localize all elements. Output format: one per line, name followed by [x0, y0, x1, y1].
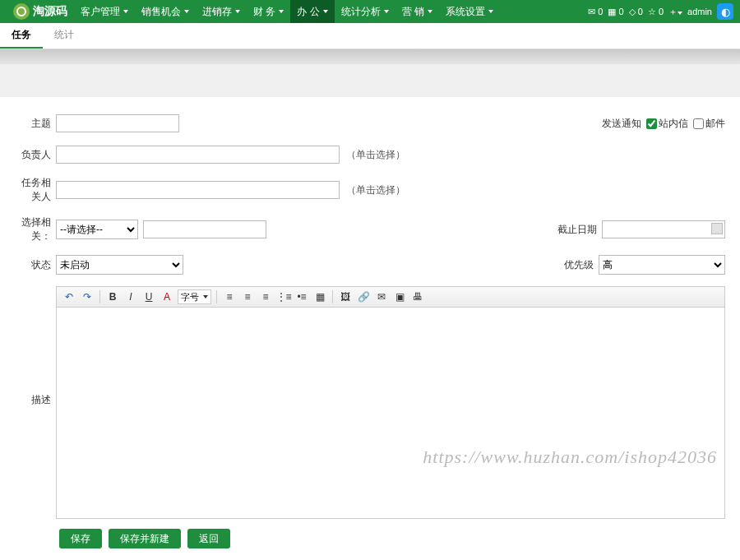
- priority-label: 优先级: [544, 258, 594, 272]
- nav-item-settings[interactable]: 系统设置: [439, 0, 500, 23]
- add-icon[interactable]: ＋: [668, 6, 682, 18]
- related-value-input[interactable]: [143, 220, 266, 238]
- stat-badge-3[interactable]: ☆ 0: [648, 7, 664, 17]
- nav-item-sales[interactable]: 销售机会: [135, 0, 196, 23]
- chevron-down-icon: [384, 10, 389, 13]
- italic-icon[interactable]: I: [123, 289, 138, 304]
- nav-item-stats[interactable]: 统计分析: [335, 0, 395, 23]
- chevron-down-icon: [279, 10, 284, 13]
- decor-strip: [0, 49, 740, 64]
- align-center-icon[interactable]: ≡: [240, 289, 255, 304]
- save-new-button[interactable]: 保存并新建: [109, 529, 181, 548]
- chevron-down-icon: [235, 10, 240, 13]
- nav-item-customer[interactable]: 客户管理: [74, 0, 135, 23]
- toolbar-separator: [332, 290, 333, 303]
- notify-mail-checkbox[interactable]: 邮件: [693, 117, 725, 131]
- priority-select[interactable]: 高: [599, 255, 725, 275]
- chevron-down-icon: [428, 10, 432, 13]
- toolbar-separator: [216, 290, 217, 303]
- user-avatar-icon[interactable]: ◐: [717, 3, 733, 20]
- table-icon[interactable]: ▦: [312, 289, 327, 304]
- toolbar-separator: [99, 290, 100, 303]
- nav-item-office[interactable]: 办 公: [290, 0, 334, 23]
- back-button[interactable]: 返回: [187, 529, 230, 548]
- principal-label: 负责人: [15, 148, 56, 162]
- nav-item-stock[interactable]: 进销存: [196, 0, 247, 23]
- chevron-down-icon: [184, 10, 189, 13]
- chevron-down-icon: [488, 10, 493, 13]
- link-icon[interactable]: 🔗: [356, 289, 371, 304]
- principal-input[interactable]: [56, 146, 340, 164]
- subject-input[interactable]: [56, 114, 179, 132]
- save-button[interactable]: 保存: [59, 529, 102, 548]
- unordered-list-icon[interactable]: •≡: [294, 289, 309, 304]
- email-icon[interactable]: ✉: [374, 289, 389, 304]
- desc-label: 描述: [15, 286, 56, 519]
- top-navbar: 淘源码 客户管理 销售机会 进销存 财 务 办 公 统计分析 营 销 系统设置 …: [0, 0, 740, 23]
- redo-icon[interactable]: ↶: [80, 289, 95, 304]
- nav-right: ✉ 0 ▦ 0 ◇ 0 ☆ 0 ＋ admin ◐: [588, 3, 733, 20]
- print-icon[interactable]: 🖶: [410, 289, 425, 304]
- rich-text-editor: ↶ ↶ B I U A 字号 ≡ ≡ ≡ ⋮≡ •≡ ▦ 🖼 🔗 ✉ ▣: [56, 286, 725, 519]
- related-person-hint: （单击选择）: [346, 183, 405, 197]
- sub-tabs: 任务 统计: [0, 23, 740, 49]
- calendar-icon[interactable]: [711, 223, 723, 234]
- ordered-list-icon[interactable]: ⋮≡: [276, 289, 291, 304]
- task-form: 主题 发送通知 站内信 邮件 负责人 （单击选择） 任务相关人 （单击选择） 选…: [0, 97, 740, 560]
- main-menu: 客户管理 销售机会 进销存 财 务 办 公 统计分析 营 销 系统设置: [74, 0, 500, 23]
- form-actions: 保存 保存并新建 返回: [15, 519, 725, 548]
- status-select[interactable]: 未启动: [56, 255, 183, 275]
- code-icon[interactable]: ▣: [392, 289, 407, 304]
- stat-badge-1[interactable]: ▦ 0: [608, 7, 623, 17]
- stat-badge-2[interactable]: ◇ 0: [629, 7, 643, 17]
- font-color-icon[interactable]: A: [160, 289, 174, 304]
- deadline-input[interactable]: [602, 220, 725, 238]
- font-size-select[interactable]: 字号: [178, 289, 211, 304]
- bold-icon[interactable]: B: [105, 289, 120, 304]
- deadline-label: 截止日期: [548, 223, 597, 237]
- nav-item-finance[interactable]: 财 务: [247, 0, 290, 23]
- chevron-down-icon: [123, 10, 128, 13]
- principal-hint: （单击选择）: [346, 148, 405, 162]
- tab-tasks[interactable]: 任务: [0, 23, 43, 49]
- undo-icon[interactable]: ↶: [62, 289, 76, 304]
- mail-icon[interactable]: ✉ 0: [588, 7, 603, 17]
- related-person-label: 任务相关人: [15, 176, 56, 204]
- brand-text: 淘源码: [33, 4, 67, 19]
- image-icon[interactable]: 🖼: [338, 289, 353, 304]
- related-person-input[interactable]: [56, 181, 340, 199]
- related-type-select[interactable]: --请选择--: [56, 220, 138, 239]
- brand-logo-icon: [13, 3, 30, 20]
- brand[interactable]: 淘源码: [7, 3, 74, 20]
- notify-site-checkbox[interactable]: 站内信: [646, 117, 688, 131]
- tab-stats[interactable]: 统计: [43, 23, 86, 49]
- notify-label: 发送通知: [592, 117, 641, 131]
- chevron-down-icon: [678, 12, 682, 15]
- choose-related-label: 选择相关：: [15, 215, 56, 243]
- chevron-down-icon: [323, 10, 328, 13]
- nav-item-marketing[interactable]: 营 销: [395, 0, 439, 23]
- align-right-icon[interactable]: ≡: [258, 289, 273, 304]
- align-left-icon[interactable]: ≡: [222, 289, 237, 304]
- status-label: 状态: [15, 258, 56, 272]
- subject-label: 主题: [15, 117, 56, 131]
- underline-icon[interactable]: U: [141, 289, 156, 304]
- user-name[interactable]: admin: [687, 7, 712, 16]
- editor-toolbar: ↶ ↶ B I U A 字号 ≡ ≡ ≡ ⋮≡ •≡ ▦ 🖼 🔗 ✉ ▣: [57, 287, 724, 308]
- editor-content[interactable]: [57, 308, 724, 518]
